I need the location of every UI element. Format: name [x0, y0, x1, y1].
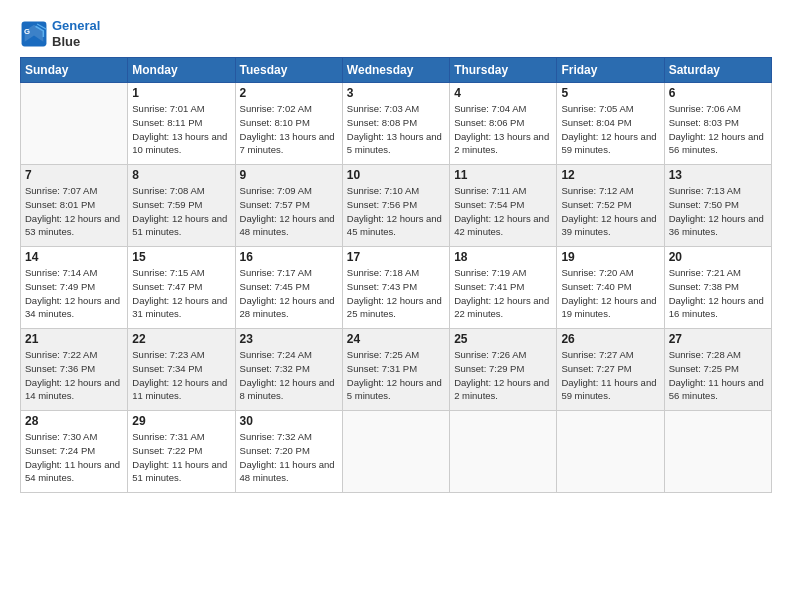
day-cell: 10Sunrise: 7:10 AMSunset: 7:56 PMDayligh… [342, 165, 449, 247]
day-number: 6 [669, 86, 767, 100]
day-cell: 14Sunrise: 7:14 AMSunset: 7:49 PMDayligh… [21, 247, 128, 329]
day-info: Sunrise: 7:25 AMSunset: 7:31 PMDaylight:… [347, 348, 445, 403]
day-cell: 17Sunrise: 7:18 AMSunset: 7:43 PMDayligh… [342, 247, 449, 329]
day-number: 11 [454, 168, 552, 182]
day-number: 8 [132, 168, 230, 182]
day-info: Sunrise: 7:20 AMSunset: 7:40 PMDaylight:… [561, 266, 659, 321]
day-cell [557, 411, 664, 493]
day-number: 27 [669, 332, 767, 346]
day-number: 7 [25, 168, 123, 182]
day-number: 3 [347, 86, 445, 100]
week-row-5: 28Sunrise: 7:30 AMSunset: 7:24 PMDayligh… [21, 411, 772, 493]
weekday-header-row: SundayMondayTuesdayWednesdayThursdayFrid… [21, 58, 772, 83]
weekday-friday: Friday [557, 58, 664, 83]
day-number: 20 [669, 250, 767, 264]
day-info: Sunrise: 7:05 AMSunset: 8:04 PMDaylight:… [561, 102, 659, 157]
day-info: Sunrise: 7:12 AMSunset: 7:52 PMDaylight:… [561, 184, 659, 239]
day-cell [21, 83, 128, 165]
day-number: 22 [132, 332, 230, 346]
day-info: Sunrise: 7:01 AMSunset: 8:11 PMDaylight:… [132, 102, 230, 157]
logo-icon: G [20, 20, 48, 48]
day-cell: 16Sunrise: 7:17 AMSunset: 7:45 PMDayligh… [235, 247, 342, 329]
day-cell: 3Sunrise: 7:03 AMSunset: 8:08 PMDaylight… [342, 83, 449, 165]
day-info: Sunrise: 7:17 AMSunset: 7:45 PMDaylight:… [240, 266, 338, 321]
day-number: 5 [561, 86, 659, 100]
day-cell: 6Sunrise: 7:06 AMSunset: 8:03 PMDaylight… [664, 83, 771, 165]
day-cell: 20Sunrise: 7:21 AMSunset: 7:38 PMDayligh… [664, 247, 771, 329]
week-row-1: 1Sunrise: 7:01 AMSunset: 8:11 PMDaylight… [21, 83, 772, 165]
weekday-thursday: Thursday [450, 58, 557, 83]
day-info: Sunrise: 7:11 AMSunset: 7:54 PMDaylight:… [454, 184, 552, 239]
day-info: Sunrise: 7:09 AMSunset: 7:57 PMDaylight:… [240, 184, 338, 239]
day-cell: 27Sunrise: 7:28 AMSunset: 7:25 PMDayligh… [664, 329, 771, 411]
day-number: 15 [132, 250, 230, 264]
day-info: Sunrise: 7:28 AMSunset: 7:25 PMDaylight:… [669, 348, 767, 403]
day-info: Sunrise: 7:27 AMSunset: 7:27 PMDaylight:… [561, 348, 659, 403]
day-number: 12 [561, 168, 659, 182]
day-info: Sunrise: 7:08 AMSunset: 7:59 PMDaylight:… [132, 184, 230, 239]
day-number: 26 [561, 332, 659, 346]
day-number: 25 [454, 332, 552, 346]
day-cell: 2Sunrise: 7:02 AMSunset: 8:10 PMDaylight… [235, 83, 342, 165]
day-info: Sunrise: 7:30 AMSunset: 7:24 PMDaylight:… [25, 430, 123, 485]
day-cell [450, 411, 557, 493]
day-cell: 22Sunrise: 7:23 AMSunset: 7:34 PMDayligh… [128, 329, 235, 411]
week-row-3: 14Sunrise: 7:14 AMSunset: 7:49 PMDayligh… [21, 247, 772, 329]
day-cell: 5Sunrise: 7:05 AMSunset: 8:04 PMDaylight… [557, 83, 664, 165]
day-cell: 8Sunrise: 7:08 AMSunset: 7:59 PMDaylight… [128, 165, 235, 247]
day-info: Sunrise: 7:21 AMSunset: 7:38 PMDaylight:… [669, 266, 767, 321]
day-number: 10 [347, 168, 445, 182]
day-cell: 4Sunrise: 7:04 AMSunset: 8:06 PMDaylight… [450, 83, 557, 165]
logo: G General Blue [20, 18, 100, 49]
day-info: Sunrise: 7:15 AMSunset: 7:47 PMDaylight:… [132, 266, 230, 321]
day-info: Sunrise: 7:26 AMSunset: 7:29 PMDaylight:… [454, 348, 552, 403]
day-number: 23 [240, 332, 338, 346]
day-info: Sunrise: 7:23 AMSunset: 7:34 PMDaylight:… [132, 348, 230, 403]
day-cell: 24Sunrise: 7:25 AMSunset: 7:31 PMDayligh… [342, 329, 449, 411]
day-cell: 11Sunrise: 7:11 AMSunset: 7:54 PMDayligh… [450, 165, 557, 247]
day-cell: 7Sunrise: 7:07 AMSunset: 8:01 PMDaylight… [21, 165, 128, 247]
week-row-2: 7Sunrise: 7:07 AMSunset: 8:01 PMDaylight… [21, 165, 772, 247]
weekday-wednesday: Wednesday [342, 58, 449, 83]
day-cell: 26Sunrise: 7:27 AMSunset: 7:27 PMDayligh… [557, 329, 664, 411]
day-info: Sunrise: 7:31 AMSunset: 7:22 PMDaylight:… [132, 430, 230, 485]
day-number: 16 [240, 250, 338, 264]
day-info: Sunrise: 7:07 AMSunset: 8:01 PMDaylight:… [25, 184, 123, 239]
day-number: 24 [347, 332, 445, 346]
day-cell: 1Sunrise: 7:01 AMSunset: 8:11 PMDaylight… [128, 83, 235, 165]
day-number: 13 [669, 168, 767, 182]
day-number: 4 [454, 86, 552, 100]
day-cell: 15Sunrise: 7:15 AMSunset: 7:47 PMDayligh… [128, 247, 235, 329]
day-cell: 23Sunrise: 7:24 AMSunset: 7:32 PMDayligh… [235, 329, 342, 411]
header: G General Blue [20, 18, 772, 49]
day-cell: 12Sunrise: 7:12 AMSunset: 7:52 PMDayligh… [557, 165, 664, 247]
svg-text:G: G [24, 27, 30, 36]
day-info: Sunrise: 7:18 AMSunset: 7:43 PMDaylight:… [347, 266, 445, 321]
day-info: Sunrise: 7:13 AMSunset: 7:50 PMDaylight:… [669, 184, 767, 239]
day-cell: 9Sunrise: 7:09 AMSunset: 7:57 PMDaylight… [235, 165, 342, 247]
day-cell: 18Sunrise: 7:19 AMSunset: 7:41 PMDayligh… [450, 247, 557, 329]
day-cell [664, 411, 771, 493]
day-info: Sunrise: 7:02 AMSunset: 8:10 PMDaylight:… [240, 102, 338, 157]
day-info: Sunrise: 7:10 AMSunset: 7:56 PMDaylight:… [347, 184, 445, 239]
day-number: 18 [454, 250, 552, 264]
day-number: 19 [561, 250, 659, 264]
day-number: 9 [240, 168, 338, 182]
day-info: Sunrise: 7:06 AMSunset: 8:03 PMDaylight:… [669, 102, 767, 157]
calendar: SundayMondayTuesdayWednesdayThursdayFrid… [20, 57, 772, 493]
day-cell: 29Sunrise: 7:31 AMSunset: 7:22 PMDayligh… [128, 411, 235, 493]
day-info: Sunrise: 7:04 AMSunset: 8:06 PMDaylight:… [454, 102, 552, 157]
weekday-sunday: Sunday [21, 58, 128, 83]
weekday-tuesday: Tuesday [235, 58, 342, 83]
day-number: 21 [25, 332, 123, 346]
day-number: 28 [25, 414, 123, 428]
day-info: Sunrise: 7:19 AMSunset: 7:41 PMDaylight:… [454, 266, 552, 321]
day-number: 17 [347, 250, 445, 264]
day-number: 14 [25, 250, 123, 264]
day-number: 30 [240, 414, 338, 428]
day-cell: 28Sunrise: 7:30 AMSunset: 7:24 PMDayligh… [21, 411, 128, 493]
weekday-monday: Monday [128, 58, 235, 83]
day-info: Sunrise: 7:24 AMSunset: 7:32 PMDaylight:… [240, 348, 338, 403]
page: G General Blue SundayMondayTuesdayWednes… [0, 0, 792, 612]
day-info: Sunrise: 7:03 AMSunset: 8:08 PMDaylight:… [347, 102, 445, 157]
